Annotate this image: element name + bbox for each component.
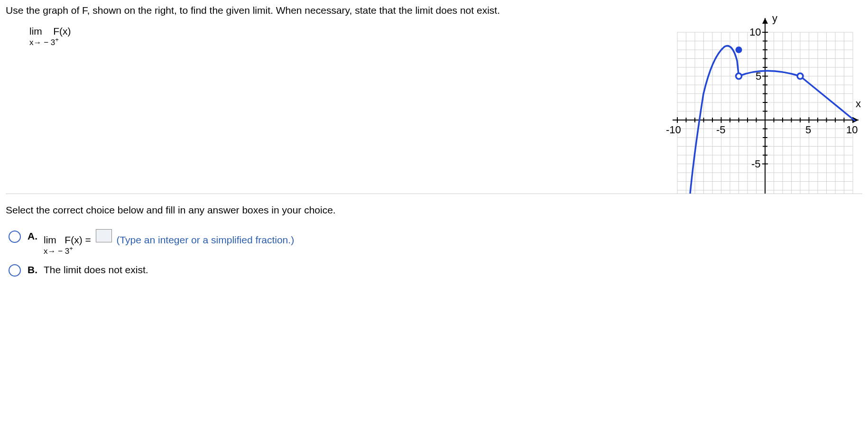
tick-x10: 10 bbox=[846, 124, 858, 136]
open-point-neg3 bbox=[736, 74, 742, 79]
answer-instruction: Select the correct choice below and fill… bbox=[6, 204, 862, 216]
tick-yneg5: -5 bbox=[751, 158, 761, 170]
radio-b[interactable] bbox=[9, 264, 21, 277]
graph-panel: y x -10 -5 5 10 10 5 -5 bbox=[663, 4, 862, 194]
radio-a[interactable] bbox=[9, 231, 21, 243]
svg-line-77 bbox=[800, 76, 855, 121]
choice-a-limit-word: lim bbox=[44, 234, 56, 245]
limit-expression: lim F(x) x→ − 3+ bbox=[29, 26, 654, 47]
function-graph: y x -10 -5 5 10 10 5 -5 bbox=[663, 4, 862, 194]
closed-point-neg3 bbox=[736, 46, 742, 53]
open-point-4 bbox=[797, 74, 803, 79]
svg-marker-41 bbox=[762, 18, 768, 24]
limit-fn: F(x) bbox=[53, 26, 71, 37]
choice-a-side: + bbox=[69, 245, 73, 252]
limit-approach: x→ − 3 bbox=[29, 38, 55, 47]
limit-side: + bbox=[55, 36, 59, 43]
choice-a-row: A. lim F(x) = (Type an integer or a simp… bbox=[9, 229, 862, 256]
answer-input-box[interactable] bbox=[96, 229, 112, 242]
answer-area: Select the correct choice below and fill… bbox=[6, 194, 862, 277]
choice-a-letter: A. bbox=[28, 231, 40, 242]
choice-b-letter: B. bbox=[28, 264, 40, 276]
tick-xneg5: -5 bbox=[716, 124, 726, 136]
choice-a-limit-fn: F(x) = bbox=[65, 234, 91, 245]
choice-b-row: B. The limit does not exist. bbox=[9, 263, 862, 277]
choice-a-hint: (Type an integer or a simplified fractio… bbox=[116, 234, 294, 245]
choice-b-text: The limit does not exist. bbox=[44, 264, 148, 276]
limit-word: lim bbox=[29, 26, 42, 37]
tick-x5: 5 bbox=[805, 124, 811, 136]
question-prompt: Use the graph of F, shown on the right, … bbox=[6, 4, 654, 17]
y-axis-label: y bbox=[772, 12, 777, 24]
choice-a-limit: lim F(x) = (Type an integer or a simplif… bbox=[44, 229, 294, 256]
x-axis-label: x bbox=[856, 98, 861, 110]
tick-y10: 10 bbox=[749, 26, 761, 38]
choice-a-approach: x→ − 3 bbox=[44, 247, 69, 256]
question-column: Use the graph of F, shown on the right, … bbox=[6, 4, 663, 47]
tick-xneg10: -10 bbox=[666, 124, 681, 136]
